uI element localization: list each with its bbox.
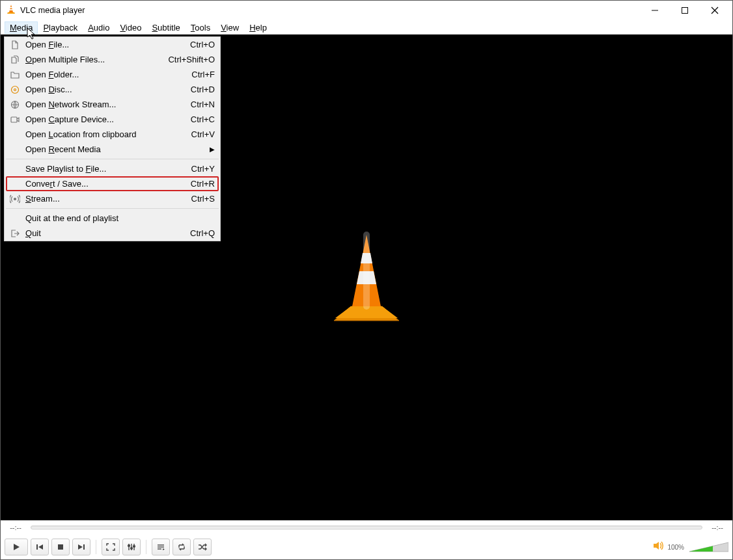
menu-video[interactable]: Video <box>115 21 146 34</box>
svg-marker-26 <box>654 542 659 550</box>
svg-rect-32 <box>11 117 17 122</box>
svg-point-20 <box>131 548 133 550</box>
seek-bar-row: --:-- --:-- <box>1 520 732 535</box>
next-button[interactable] <box>72 539 90 555</box>
play-button[interactable] <box>5 539 28 555</box>
vlc-cone-icon <box>6 4 16 17</box>
menu-item-shortcut: Ctrl+N <box>184 100 215 109</box>
svg-marker-25 <box>163 548 165 550</box>
menu-item-label: Open Recent Media <box>23 144 203 154</box>
menu-item-shortcut: Ctrl+V <box>185 129 215 139</box>
menu-item-stream[interactable]: Stream...Ctrl+S <box>5 191 220 206</box>
volume-percent: 100% <box>667 544 684 551</box>
menu-item-open-multiple-files[interactable]: Open Multiple Files...Ctrl+Shift+O <box>5 52 220 67</box>
menu-item-quit-at-the-end-of-playlist[interactable]: Quit at the end of playlist <box>5 211 220 226</box>
window-title: VLC media player <box>20 6 640 15</box>
svg-rect-2 <box>9 9 12 10</box>
menu-item-label: Stream... <box>23 194 185 204</box>
menu-item-shortcut: Ctrl+Shift+O <box>161 55 215 64</box>
window-controls <box>640 1 730 20</box>
menu-item-convert-save[interactable]: Convert / Save...Ctrl+R <box>5 176 220 191</box>
svg-marker-0 <box>9 5 13 12</box>
menu-item-label: Open File... <box>23 40 184 49</box>
submenu-arrow-icon: ▶ <box>203 146 215 153</box>
menu-item-open-location-from-clipboard[interactable]: Open Location from clipboardCtrl+V <box>5 127 220 142</box>
svg-marker-3 <box>7 12 15 14</box>
menu-item-label: Quit at the end of playlist <box>23 213 215 223</box>
svg-rect-1 <box>10 7 12 8</box>
extended-settings-button[interactable] <box>122 539 141 555</box>
menu-view[interactable]: View <box>215 21 244 34</box>
menu-separator <box>6 208 219 209</box>
menu-item-open-file[interactable]: Open File...Ctrl+O <box>5 37 220 52</box>
menu-item-open-capture-device[interactable]: Open Capture Device...Ctrl+C <box>5 112 220 127</box>
menu-item-label: Open Disc... <box>23 85 184 94</box>
menu-item-shortcut: Ctrl+R <box>184 179 215 189</box>
separator <box>146 540 146 554</box>
speaker-icon[interactable] <box>653 540 665 553</box>
menu-item-label: Open Folder... <box>23 70 185 79</box>
menu-item-label: Open Multiple Files... <box>23 55 161 64</box>
svg-rect-13 <box>58 544 63 550</box>
menu-item-label: Open Network Stream... <box>23 100 184 109</box>
maximize-button[interactable] <box>670 1 700 20</box>
fullscreen-button[interactable] <box>102 539 120 555</box>
menu-item-shortcut: Ctrl+Q <box>184 228 215 238</box>
menu-item-open-network-stream[interactable]: Open Network Stream...Ctrl+N <box>5 97 220 112</box>
loop-button[interactable] <box>173 539 191 555</box>
disc-icon <box>7 85 23 95</box>
menu-item-quit[interactable]: QuitCtrl+Q <box>5 226 220 241</box>
playlist-button[interactable] <box>152 539 170 555</box>
time-elapsed: --:-- <box>6 524 25 531</box>
menu-item-label: Open Capture Device... <box>23 114 184 124</box>
svg-point-33 <box>14 198 16 200</box>
svg-marker-12 <box>38 544 43 550</box>
volume-slider[interactable] <box>689 541 728 553</box>
quit-icon <box>7 228 23 239</box>
menu-item-label: Save Playlist to File... <box>23 164 185 174</box>
menu-item-label: Convert / Save... <box>23 179 184 189</box>
separator <box>96 540 96 554</box>
menu-item-open-recent-media[interactable]: Open Recent Media▶ <box>5 142 220 157</box>
time-total: --:-- <box>708 524 727 531</box>
media-menu-dropdown: Open File...Ctrl+OOpen Multiple Files...… <box>4 36 221 241</box>
svg-point-21 <box>133 546 135 548</box>
svg-marker-14 <box>78 544 83 550</box>
menu-playback[interactable]: Playback <box>38 21 83 34</box>
menu-item-open-disc[interactable]: Open Disc...Ctrl+D <box>5 82 220 97</box>
network-icon <box>7 100 23 110</box>
app-window: VLC media player MediaPlaybackAudioVideo… <box>0 0 733 560</box>
minimize-button[interactable] <box>640 1 670 20</box>
menubar: MediaPlaybackAudioVideoSubtitleToolsView… <box>1 20 732 34</box>
menu-item-shortcut: Ctrl+C <box>184 114 215 124</box>
svg-point-30 <box>14 88 16 90</box>
menu-item-shortcut: Ctrl+Y <box>185 164 215 174</box>
menu-item-shortcut: Ctrl+O <box>184 40 215 49</box>
menu-tools[interactable]: Tools <box>186 21 215 34</box>
menu-item-shortcut: Ctrl+F <box>185 70 215 79</box>
menu-item-label: Open Location from clipboard <box>23 129 185 139</box>
menu-item-label: Quit <box>23 228 184 238</box>
menu-audio[interactable]: Audio <box>83 21 115 34</box>
menu-separator <box>6 159 219 159</box>
capture-icon <box>7 114 23 125</box>
stop-button[interactable] <box>51 539 70 555</box>
close-button[interactable] <box>700 1 730 20</box>
seek-slider[interactable] <box>31 526 702 529</box>
stream-icon <box>7 194 23 204</box>
menu-help[interactable]: Help <box>244 21 272 34</box>
file-icon <box>7 40 23 50</box>
svg-rect-5 <box>682 8 688 14</box>
menu-media[interactable]: Media <box>5 21 38 34</box>
svg-point-29 <box>12 86 19 93</box>
titlebar: VLC media player <box>1 1 732 20</box>
menu-item-save-playlist-to-file[interactable]: Save Playlist to File...Ctrl+Y <box>5 161 220 176</box>
player-controls: 100% <box>1 535 732 559</box>
menu-item-shortcut: Ctrl+D <box>184 85 215 94</box>
svg-rect-11 <box>36 544 38 550</box>
menu-subtitle[interactable]: Subtitle <box>146 21 185 34</box>
menu-item-shortcut: Ctrl+S <box>185 194 215 204</box>
random-button[interactable] <box>193 539 212 555</box>
previous-button[interactable] <box>31 539 49 555</box>
menu-item-open-folder[interactable]: Open Folder...Ctrl+F <box>5 67 220 82</box>
